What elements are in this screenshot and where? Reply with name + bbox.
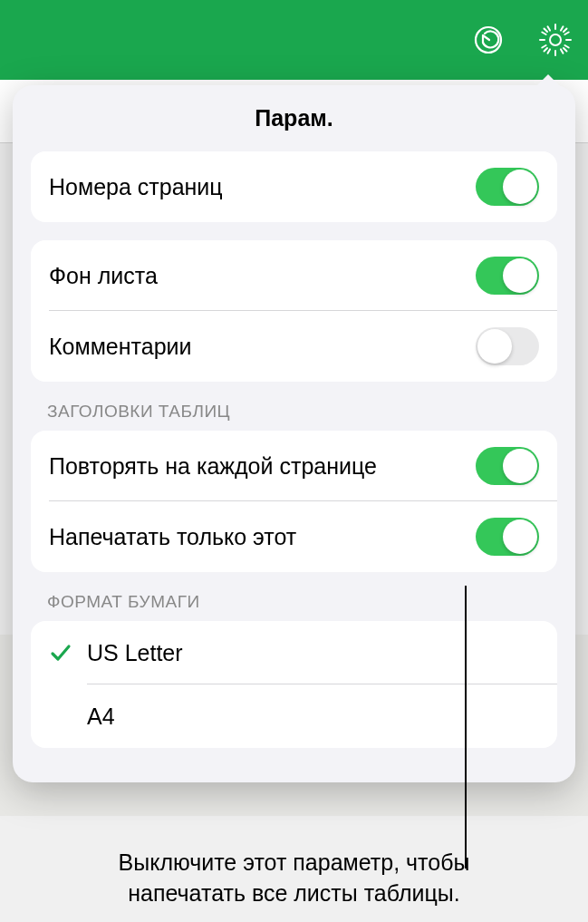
svg-point-1 xyxy=(550,34,561,45)
check-icon xyxy=(49,641,87,665)
toolbar xyxy=(0,0,588,80)
svg-line-16 xyxy=(542,33,545,35)
paper-a4-row[interactable]: A4 xyxy=(31,684,557,748)
svg-line-11 xyxy=(564,33,568,35)
paper-us-letter-row[interactable]: US Letter xyxy=(31,621,557,684)
popover-tail xyxy=(535,74,561,87)
options-group: Номера страниц xyxy=(31,151,557,222)
repeat-each-page-row: Повторять на каждой странице xyxy=(31,431,557,501)
comments-row: Комментарии xyxy=(31,311,557,382)
gear-icon[interactable] xyxy=(535,20,575,60)
sheet-background-label: Фон листа xyxy=(49,263,158,289)
settings-popover: Парам. Номера страниц Фон листа Коммента… xyxy=(13,85,575,782)
callout-text: Выключите этот параметр, чтобы напечатат… xyxy=(63,848,525,909)
page-numbers-toggle[interactable] xyxy=(476,168,539,206)
paper-format-group: US Letter A4 xyxy=(31,621,557,748)
comments-toggle[interactable] xyxy=(476,327,539,365)
repeat-each-page-label: Повторять на каждой странице xyxy=(49,453,377,480)
svg-line-7 xyxy=(564,48,567,52)
paper-format-section: ФОРМАТ БУМАГИ xyxy=(47,592,541,612)
svg-line-10 xyxy=(561,26,564,30)
sheet-background-row: Фон листа xyxy=(31,240,557,311)
svg-line-9 xyxy=(564,29,567,33)
popover-title: Парам. xyxy=(13,105,575,131)
page-numbers-label: Номера страниц xyxy=(49,174,223,200)
page-numbers-row: Номера страниц xyxy=(31,151,557,222)
table-headers-group: Повторять на каждой странице Напечатать … xyxy=(31,431,557,572)
print-only-this-label: Напечатать только этот xyxy=(49,524,296,550)
svg-line-14 xyxy=(548,49,551,53)
table-headers-section: ЗАГОЛОВКИ ТАБЛИЦ xyxy=(47,402,541,422)
paper-a4-label: A4 xyxy=(87,704,115,730)
sheet-background-toggle[interactable] xyxy=(476,257,539,295)
svg-line-17 xyxy=(548,26,551,30)
undo-icon[interactable] xyxy=(468,20,508,60)
repeat-each-page-toggle[interactable] xyxy=(476,447,539,485)
display-group: Фон листа Комментарии xyxy=(31,240,557,382)
svg-line-12 xyxy=(564,45,568,48)
paper-us-letter-label: US Letter xyxy=(87,640,183,666)
svg-line-6 xyxy=(545,29,548,33)
callout-line xyxy=(465,586,467,869)
svg-line-8 xyxy=(545,48,548,52)
svg-line-15 xyxy=(542,45,545,48)
svg-line-13 xyxy=(561,49,564,53)
print-only-this-toggle[interactable] xyxy=(476,518,539,556)
print-only-this-row: Напечатать только этот xyxy=(31,501,557,572)
comments-label: Комментарии xyxy=(49,334,191,360)
